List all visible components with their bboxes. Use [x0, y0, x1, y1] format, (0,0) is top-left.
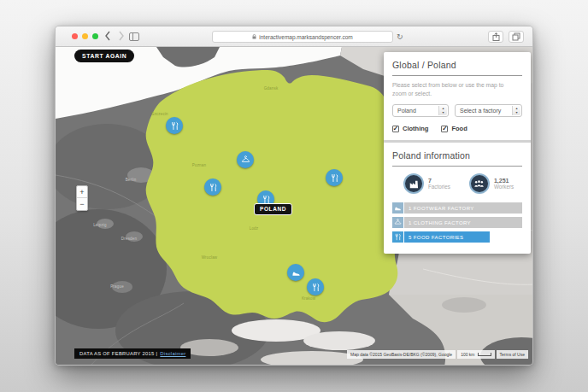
- share-button[interactable]: [488, 31, 503, 43]
- terms-link[interactable]: Terms of Use: [497, 350, 528, 359]
- map-marker-footwear[interactable]: [287, 264, 304, 281]
- data-note-text: DATA AS OF FEBRUARY 2015 |: [79, 351, 157, 356]
- filter-food[interactable]: ✓Food: [441, 125, 467, 132]
- divider: [392, 166, 522, 167]
- scale-bar: [478, 353, 491, 356]
- info-title: Poland information: [392, 150, 522, 161]
- nav-buttons: [104, 31, 125, 41]
- browser-window: interactivemap.marksandspencer.com ↻: [55, 26, 533, 366]
- share-icon: [492, 32, 500, 41]
- stat-label: Factories: [428, 184, 450, 190]
- divider: [392, 75, 522, 76]
- map-attribution: Map data ©2015 GeoBasis-DE/BKG (©2009), …: [347, 350, 528, 359]
- filter-clothing[interactable]: ✓Clothing: [392, 125, 428, 132]
- city-label: Prague: [110, 284, 124, 289]
- toolbar-right: [488, 31, 524, 43]
- factory-bar[interactable]: 5 Food Factories: [392, 231, 522, 243]
- factory-select-value: Select a factory: [460, 108, 501, 114]
- back-icon[interactable]: [104, 31, 111, 41]
- stat-workers: 1,251Workers: [469, 173, 514, 194]
- lock-icon: [252, 34, 256, 39]
- clothing-icon: [392, 217, 403, 228]
- country-stats: 7Factories1,251Workers: [392, 173, 522, 194]
- city-label: Krakow: [302, 296, 315, 301]
- filter-checkboxes: ✓Clothing✓Food: [392, 125, 522, 132]
- city-label: Gdansk: [264, 86, 279, 91]
- workers-icon: [469, 173, 490, 194]
- city-label: Szczecin: [151, 112, 168, 116]
- checkbox-icon[interactable]: ✓: [392, 126, 399, 132]
- minimize-button[interactable]: [82, 33, 88, 39]
- url-bar[interactable]: interactivemap.marksandspencer.com: [212, 31, 393, 43]
- food-icon: [262, 195, 271, 204]
- city-label: Dresden: [121, 237, 137, 241]
- filter-label: Clothing: [403, 125, 428, 132]
- fullscreen-button[interactable]: [92, 33, 98, 39]
- checkbox-icon[interactable]: ✓: [441, 126, 448, 132]
- country-select[interactable]: Poland ▲▼: [392, 104, 449, 117]
- map-marker-food[interactable]: [307, 278, 324, 295]
- stat-factories: 7Factories: [403, 173, 450, 194]
- map-marker-food[interactable]: [204, 178, 221, 196]
- stepper-icon: ▲▼: [512, 106, 520, 115]
- sidebar-icon[interactable]: [129, 32, 139, 41]
- map-marker-food[interactable]: [326, 169, 343, 186]
- footwear-icon: [291, 268, 301, 278]
- factory-type-bars: 1 Footwear Factory1 Clothing Factory5 Fo…: [392, 202, 522, 243]
- food-icon: [311, 283, 320, 292]
- food-icon: [209, 183, 218, 192]
- panel-description: Please select from below or use the map …: [392, 81, 514, 97]
- attribution-text: Map data ©2015 GeoBasis-DE/BKG (©2009), …: [347, 350, 456, 359]
- footwear-icon: [392, 202, 403, 214]
- factory-bar[interactable]: 1 Clothing Factory: [392, 217, 522, 228]
- scale-label: 100 km: [461, 352, 474, 357]
- scale-box: 100 km: [457, 350, 494, 359]
- map-marker-clothing[interactable]: [237, 151, 254, 168]
- factory-bar[interactable]: 1 Footwear Factory: [392, 202, 522, 214]
- food-icon: [170, 121, 179, 131]
- url-text: interactivemap.marksandspencer.com: [259, 34, 352, 40]
- stat-value: 7: [428, 178, 450, 184]
- stat-value: 1,251: [494, 178, 514, 184]
- filter-label: Food: [451, 125, 467, 132]
- forward-icon[interactable]: [118, 31, 125, 41]
- disclaimer-link[interactable]: Disclaimer: [160, 351, 185, 356]
- city-label: Berlin: [126, 178, 137, 182]
- stepper-icon: ▲▼: [438, 106, 447, 115]
- city-label: Wroclaw: [202, 255, 218, 260]
- country-select-value: Poland: [397, 108, 416, 114]
- window-controls: [72, 33, 98, 39]
- browser-toolbar: interactivemap.marksandspencer.com ↻: [56, 26, 532, 47]
- food-icon: [330, 173, 339, 183]
- selection-section: Global / Poland Please select from below…: [384, 52, 531, 140]
- clothing-icon: [241, 155, 250, 165]
- zoom-out-button[interactable]: −: [77, 198, 87, 210]
- info-section: Poland information 7Factories1,251Worker…: [384, 143, 531, 254]
- city-label: Leipzig: [93, 223, 107, 227]
- tabs-icon: [512, 32, 520, 41]
- close-button[interactable]: [72, 33, 78, 39]
- desktop-background: interactivemap.marksandspencer.com ↻: [0, 0, 588, 392]
- tabs-button[interactable]: [509, 31, 524, 43]
- panel-title: Global / Poland: [392, 60, 522, 70]
- select-row: Poland ▲▼ Select a factory ▲▼: [392, 104, 522, 117]
- map-marker-food[interactable]: [166, 117, 183, 134]
- stat-label: Workers: [494, 184, 514, 190]
- start-again-button[interactable]: START AGAIN: [74, 50, 134, 62]
- factory-bar-label: 5 Food Factories: [404, 231, 490, 243]
- map-zoom-control: + −: [76, 185, 88, 211]
- data-note-bar: DATA AS OF FEBRUARY 2015 | Disclaimer: [74, 348, 191, 359]
- city-label: Lodz: [250, 226, 259, 231]
- zoom-in-button[interactable]: +: [77, 186, 87, 198]
- info-panel: Global / Poland Please select from below…: [384, 52, 531, 254]
- food-icon: [392, 231, 403, 243]
- factory-bar-label: 1 Clothing Factory: [404, 217, 522, 228]
- factory-select[interactable]: Select a factory ▲▼: [455, 104, 522, 117]
- city-label: Poznan: [192, 163, 206, 167]
- factory-icon: [403, 173, 424, 194]
- factory-bar-label: 1 Footwear Factory: [404, 202, 522, 214]
- country-tag[interactable]: POLAND: [254, 203, 292, 215]
- refresh-icon[interactable]: ↻: [397, 31, 403, 43]
